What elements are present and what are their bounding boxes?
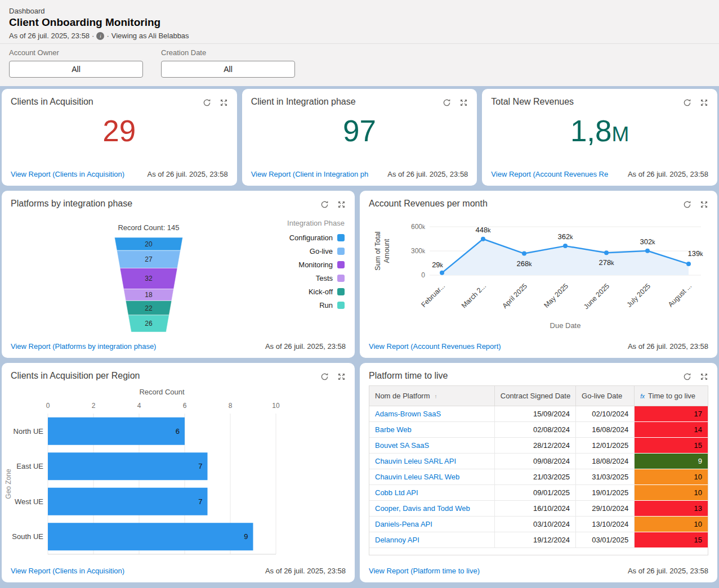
view-report-link[interactable]: View Report (Account Revenues Report)	[369, 342, 501, 351]
card-title: Total New Revenues	[491, 97, 574, 107]
card-as-of: As of 26 juil. 2025, 23:58	[387, 170, 468, 178]
legend-item-configuration[interactable]: Configuration	[287, 234, 345, 242]
kpi-value: 29	[2, 116, 237, 146]
svg-text:April 2025: April 2025	[501, 282, 529, 310]
refresh-icon[interactable]	[683, 372, 691, 381]
data-point[interactable]	[440, 271, 444, 275]
contract-signed-date: 09/01/2025	[494, 485, 575, 501]
legend-item-go-live[interactable]: Go-live	[287, 247, 345, 255]
view-report-link[interactable]: View Report (Client in Integration ph	[251, 170, 369, 178]
refresh-icon[interactable]	[683, 98, 691, 107]
time-to-live-cell: 13	[635, 501, 708, 517]
bar-south-ue[interactable]	[48, 523, 253, 550]
platform-link[interactable]: Bouvet SA SaaS	[375, 441, 429, 450]
expand-icon[interactable]	[459, 98, 468, 107]
view-report-link[interactable]: View Report (Clients in Acquisition)	[11, 170, 124, 178]
column-header-time-to-go-live[interactable]: fxTime to go live	[635, 386, 708, 406]
column-label: Go-live Date	[582, 392, 622, 400]
card-as-of: As of 26 juil. 2025, 23:58	[148, 170, 228, 178]
view-report-link[interactable]: View Report (Clients in Acquisition)	[11, 567, 124, 575]
data-point[interactable]	[686, 262, 691, 266]
expand-icon[interactable]	[700, 372, 708, 381]
page-title: Client Onboarding Monitoring	[9, 16, 710, 29]
view-report-link[interactable]: View Report (Platform time to live)	[369, 567, 480, 575]
expand-icon[interactable]	[337, 372, 346, 381]
card-title: Platforms by integration phase	[11, 199, 132, 209]
sort-asc-icon: ↑	[435, 393, 437, 400]
refresh-icon[interactable]	[443, 98, 451, 107]
column-header-contract-signed-date[interactable]: Contract Signed Date	[494, 386, 575, 406]
data-point[interactable]	[645, 249, 650, 253]
time-to-live-cell: 17	[635, 406, 708, 422]
svg-text:448k: 448k	[476, 226, 492, 234]
account-owner-dropdown[interactable]: All	[9, 61, 143, 78]
card-title: Client in Integration phase	[251, 97, 356, 107]
refresh-icon[interactable]	[320, 372, 329, 381]
expand-icon[interactable]	[700, 200, 708, 209]
platform-link[interactable]: Chauvin Leleu SARL Web	[375, 473, 459, 481]
svg-text:8: 8	[229, 402, 233, 410]
bar-east-ue[interactable]	[48, 452, 208, 480]
data-point[interactable]	[481, 237, 485, 241]
platform-link[interactable]: Daniels-Pena API	[375, 520, 432, 528]
view-report-link[interactable]: View Report (Platforms by integration ph…	[11, 342, 156, 351]
card-title: Clients in Acquisition per Region	[11, 371, 140, 381]
expand-icon[interactable]	[220, 98, 228, 107]
go-live-date: 18/08/2024	[576, 454, 635, 469]
platform-link[interactable]: Cobb Ltd API	[375, 488, 418, 497]
info-icon[interactable]: i	[96, 32, 104, 40]
column-label: Nom de Platform	[375, 392, 430, 400]
platform-link[interactable]: Adams-Brown SaaS	[375, 410, 441, 418]
revenue-line-chart[interactable]: 0300k600kSum of TotalAmount29k448k268k36…	[363, 210, 712, 333]
view-report-link[interactable]: View Report (Account Revenues Re	[491, 170, 608, 178]
line-chart-card: Account Revenues per month 0300k600kSum …	[360, 191, 717, 358]
svg-text:7: 7	[198, 462, 202, 470]
go-live-date: 31/03/2025	[576, 469, 635, 485]
contract-signed-date: 28/12/2024	[494, 438, 575, 454]
column-header-go-live-date[interactable]: Go-live Date	[576, 386, 635, 406]
column-header-nom-de-platform[interactable]: Nom de Platform↑	[369, 386, 494, 406]
svg-text:Due Date: Due Date	[550, 321, 581, 330]
platform-link[interactable]: Cooper, Davis and Todd Web	[375, 504, 470, 513]
table-row: Barbe Web02/08/202416/08/202414	[369, 422, 708, 438]
refresh-icon[interactable]	[203, 98, 211, 107]
bar-chart-card: Clients in Acquisition per Region Record…	[2, 363, 355, 582]
legend-item-kick-off[interactable]: Kick-off	[287, 288, 345, 296]
expand-icon[interactable]	[700, 98, 708, 107]
refresh-icon[interactable]	[683, 200, 691, 209]
platform-link[interactable]: Barbe Web	[375, 425, 412, 434]
data-point[interactable]	[604, 250, 609, 255]
platform-link[interactable]: Delannoy API	[375, 536, 419, 544]
time-to-live-cell: 10	[635, 517, 708, 532]
table-row: Chauvin Leleu SARL Web21/03/202531/03/20…	[369, 469, 708, 485]
data-point[interactable]	[522, 252, 526, 256]
legend-item-monitoring[interactable]: Monitoring	[287, 261, 345, 269]
column-label: Time to go live	[648, 392, 695, 400]
platform-link[interactable]: Chauvin Leleu SARL API	[375, 457, 456, 465]
svg-text:July 2025: July 2025	[625, 282, 652, 309]
filter-label: Creation Date	[161, 48, 295, 57]
kpi-card-clients-in-integration: Client in Integration phase 97 View Repo…	[242, 89, 477, 186]
legend-item-run[interactable]: Run	[287, 301, 345, 309]
svg-text:East UE: East UE	[16, 462, 43, 470]
svg-text:20: 20	[145, 240, 153, 248]
data-point[interactable]	[563, 244, 568, 248]
svg-text:June 2025: June 2025	[582, 282, 611, 311]
svg-text:9: 9	[244, 532, 248, 541]
breadcrumb[interactable]: Dashboard	[9, 7, 710, 15]
card-as-of: As of 26 juil. 2025, 23:58	[628, 567, 708, 575]
go-live-date: 12/01/2025	[576, 438, 635, 454]
creation-date-dropdown[interactable]: All	[161, 61, 295, 78]
bar-west-ue[interactable]	[48, 488, 208, 515]
kpi-value: 97	[242, 116, 477, 146]
expand-icon[interactable]	[337, 200, 346, 209]
funnel-svg[interactable]: 202732182226	[106, 237, 191, 333]
filter-label: Account Owner	[9, 48, 143, 57]
funnel-chart[interactable]: Record Count: 145 202732182226	[106, 223, 191, 333]
bar-north-ue[interactable]	[48, 418, 185, 445]
go-live-date: 02/10/2024	[576, 406, 635, 422]
legend-item-tests[interactable]: Tests	[287, 274, 345, 282]
refresh-icon[interactable]	[320, 200, 329, 209]
region-bar-chart[interactable]: Record Count02468106North UE7East UE7Wes…	[2, 382, 351, 561]
svg-text:August ...: August ...	[667, 282, 693, 308]
